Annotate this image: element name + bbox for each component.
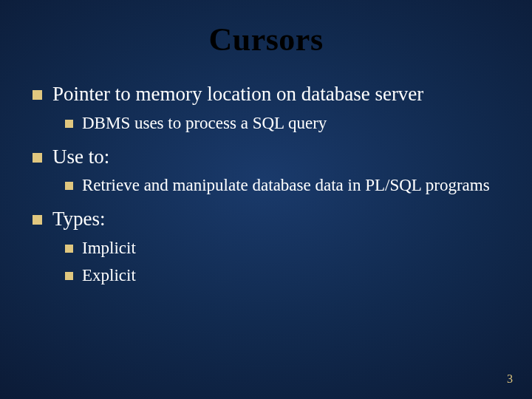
bullet-level2: Explicit bbox=[65, 265, 499, 287]
slide-title: Cursors bbox=[0, 0, 532, 72]
bullet-level1: Types: bbox=[33, 207, 499, 232]
bullet-text: DBMS uses to process a SQL query bbox=[82, 113, 327, 134]
bullet-level2: Implicit bbox=[65, 238, 499, 259]
bullet-text: Explicit bbox=[82, 265, 136, 287]
square-bullet-icon bbox=[65, 120, 73, 128]
square-bullet-icon bbox=[65, 245, 73, 253]
square-bullet-icon bbox=[33, 215, 42, 225]
square-bullet-icon bbox=[65, 272, 73, 280]
square-bullet-icon bbox=[65, 182, 73, 190]
bullet-level1: Pointer to memory location on database s… bbox=[33, 82, 499, 107]
slide: Cursors Pointer to memory location on da… bbox=[0, 0, 532, 399]
bullet-text: Use to: bbox=[52, 145, 109, 170]
bullet-text: Retrieve and manipulate database data in… bbox=[82, 175, 490, 197]
slide-content: Pointer to memory location on database s… bbox=[0, 82, 532, 286]
bullet-level1: Use to: bbox=[33, 145, 499, 170]
square-bullet-icon bbox=[33, 153, 42, 163]
bullet-text: Pointer to memory location on database s… bbox=[52, 82, 423, 107]
bullet-text: Implicit bbox=[82, 238, 136, 259]
square-bullet-icon bbox=[33, 90, 42, 100]
page-number: 3 bbox=[507, 372, 513, 386]
bullet-level2: Retrieve and manipulate database data in… bbox=[65, 175, 499, 197]
bullet-text: Types: bbox=[52, 207, 106, 232]
bullet-level2: DBMS uses to process a SQL query bbox=[65, 113, 499, 134]
